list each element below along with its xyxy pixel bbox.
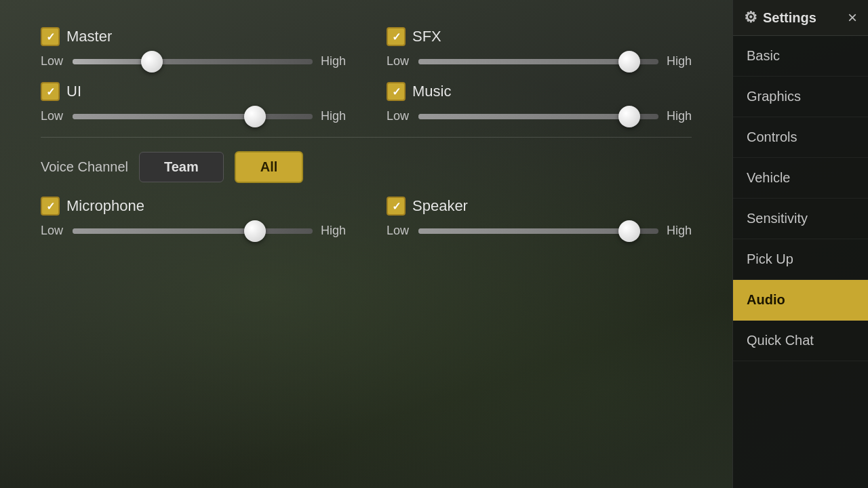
voice-channel-label: Voice Channel [41,159,128,175]
main-content: Master Low High SFX Low [0,0,732,488]
microphone-section: Microphone Low High [41,197,346,238]
speaker-section: Speaker Low High [387,197,692,238]
ui-slider-fill [73,114,255,119]
ui-checkbox[interactable] [41,82,60,101]
sidebar-pickup-label: Pick Up [747,251,793,267]
master-slider-thumb[interactable] [141,51,163,73]
ui-slider-row: Low High [41,109,346,123]
sfx-label-row: SFX [387,27,692,46]
sidebar-controls-label: Controls [747,129,797,145]
row-ui-music: UI Low High Music Low [41,82,692,123]
master-label-row: Master [41,27,346,46]
master-slider[interactable] [73,59,313,64]
speaker-slider-thumb[interactable] [618,220,640,242]
sidebar-item-basic[interactable]: Basic [733,36,868,77]
music-section: Music Low High [387,82,692,123]
sidebar-vehicle-label: Vehicle [747,170,791,186]
microphone-high-label: High [321,224,346,238]
sidebar-item-vehicle[interactable]: Vehicle [733,158,868,199]
music-slider-row: Low High [387,109,692,123]
sfx-slider-thumb[interactable] [618,51,640,73]
microphone-low-label: Low [41,224,64,238]
sidebar-item-pickup[interactable]: Pick Up [733,239,868,280]
ui-slider[interactable] [73,114,313,119]
master-label: Master [66,28,112,45]
master-slider-row: Low High [41,54,346,68]
microphone-label-row: Microphone [41,197,346,216]
speaker-slider-fill [418,228,629,234]
speaker-slider-row: Low High [387,224,692,238]
speaker-label-row: Speaker [387,197,692,216]
sfx-checkbox[interactable] [387,27,406,46]
sidebar-audio-label: Audio [747,292,785,308]
sidebar-quickchat-label: Quick Chat [747,333,814,348]
sfx-high-label: High [667,54,692,68]
sfx-slider-row: Low High [387,54,692,68]
sfx-slider-fill [418,59,629,64]
sfx-low-label: Low [387,54,410,68]
ui-label-row: UI [41,82,346,101]
music-slider[interactable] [418,114,658,119]
music-high-label: High [667,109,692,123]
speaker-high-label: High [667,224,692,238]
master-checkbox[interactable] [41,27,60,46]
ui-section: UI Low High [41,82,346,123]
master-high-label: High [321,54,346,68]
music-checkbox[interactable] [387,82,406,101]
sidebar-item-sensitivity[interactable]: Sensitivity [733,199,868,239]
sfx-slider[interactable] [418,59,658,64]
sidebar-item-audio[interactable]: Audio [733,280,868,321]
music-label-row: Music [387,82,692,101]
microphone-label: Microphone [66,197,144,215]
sidebar-item-graphics[interactable]: Graphics [733,77,868,117]
microphone-slider[interactable] [73,228,313,234]
row-master-sfx: Master Low High SFX Low [41,27,692,68]
microphone-slider-thumb[interactable] [244,220,266,242]
ui-low-label: Low [41,109,64,123]
voice-all-button[interactable]: All [235,151,304,183]
ui-high-label: High [321,109,346,123]
sfx-section: SFX Low High [387,27,692,68]
microphone-checkbox[interactable] [41,197,60,216]
gear-icon: ⚙ [744,9,757,26]
sidebar: ⚙ Settings × Basic Graphics Controls Veh… [732,0,868,488]
music-low-label: Low [387,109,410,123]
microphone-slider-row: Low High [41,224,346,238]
master-slider-fill [73,59,152,64]
microphone-slider-fill [73,228,255,234]
master-section: Master Low High [41,27,346,68]
music-slider-fill [418,114,629,119]
row-mic-speaker: Microphone Low High Speaker Low [41,197,692,238]
speaker-label: Speaker [412,197,468,215]
music-slider-thumb[interactable] [618,106,640,127]
ui-slider-thumb[interactable] [244,106,266,127]
speaker-checkbox[interactable] [387,197,406,216]
settings-title-row: ⚙ Settings [744,9,816,26]
sfx-label: SFX [412,28,441,45]
sidebar-item-controls[interactable]: Controls [733,117,868,158]
speaker-low-label: Low [387,224,410,238]
voice-channel-section: Voice Channel Team All [41,151,692,183]
music-label: Music [412,83,451,100]
sidebar-graphics-label: Graphics [747,89,801,104]
sidebar-header: ⚙ Settings × [733,0,868,36]
settings-title: Settings [763,10,816,26]
close-button[interactable]: × [848,8,857,27]
sidebar-item-quickchat[interactable]: Quick Chat [733,321,868,361]
divider-1 [41,137,692,138]
master-low-label: Low [41,54,64,68]
sidebar-basic-label: Basic [747,48,780,64]
sidebar-sensitivity-label: Sensitivity [747,211,808,226]
ui-label: UI [66,83,81,100]
voice-team-button[interactable]: Team [139,152,224,182]
speaker-slider[interactable] [418,228,658,234]
